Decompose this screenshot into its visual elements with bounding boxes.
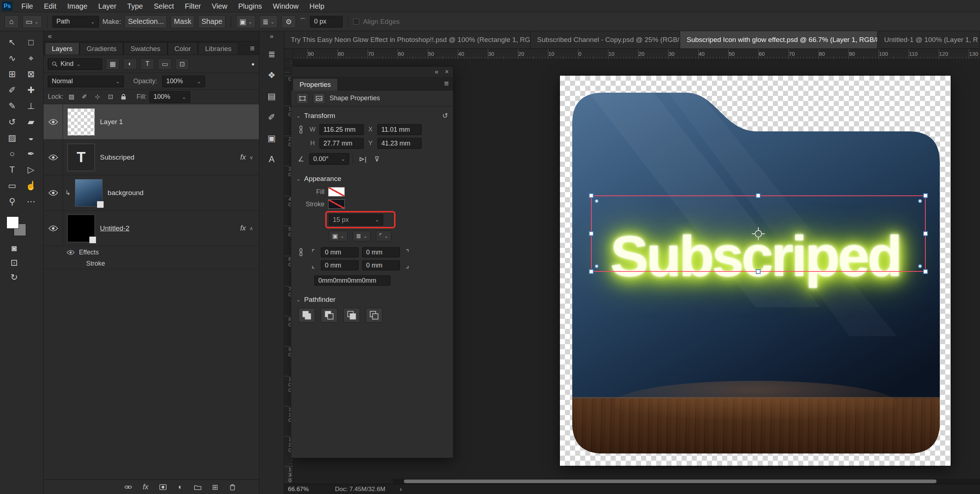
layer-name[interactable]: background (108, 189, 143, 197)
transform-handle[interactable] (589, 269, 593, 274)
reference-point-icon[interactable] (751, 227, 765, 241)
menu-item[interactable]: Filter (180, 0, 205, 12)
collapse-icon[interactable]: « (434, 68, 438, 76)
make-selection-button[interactable]: Selection... (124, 15, 167, 28)
appearance-section-header[interactable]: ⌄ Appearance (291, 170, 453, 186)
tool-preset-button[interactable]: ▭ ⌄ (22, 15, 42, 28)
y-input[interactable]: 41.23 mm (377, 138, 422, 149)
corner-summary-input[interactable]: 0mm0mm0mm0mm (314, 275, 390, 286)
Swatches[interactable]: Swatches (124, 42, 167, 55)
filter-shape-layers-icon[interactable]: ▭ (158, 58, 172, 70)
panel-menu-icon[interactable]: ≡ (444, 78, 449, 90)
delete-layer-button[interactable] (226, 482, 239, 492)
path-options-gear-button[interactable]: ⚙ (282, 15, 296, 28)
measure-panel-icon[interactable]: ✐ (264, 109, 280, 125)
canvas[interactable]: Subscriped (560, 76, 951, 466)
expand-panels-button[interactable]: » (270, 31, 274, 41)
pathfinder-exclude-button[interactable] (366, 308, 382, 322)
menu-item[interactable]: View (207, 0, 232, 12)
document-tab[interactable]: Untitled-1 @ 100% (Layer 1, R × (878, 31, 980, 49)
healing-brush-tool[interactable]: ✚ (23, 83, 40, 98)
panel-menu-icon[interactable]: ≡ (250, 42, 255, 55)
new-group-button[interactable] (192, 482, 204, 492)
layer-visibility-toggle[interactable] (43, 104, 63, 139)
height-input[interactable]: 27.77 mm (320, 138, 364, 149)
filter-kind-dropdown[interactable]: Kind ⌄ (48, 58, 102, 70)
menu-item[interactable]: Select (149, 0, 179, 12)
corner-tl-input[interactable]: 0 mm (321, 247, 358, 257)
transform-handle[interactable] (589, 193, 593, 198)
link-dimensions-icon[interactable] (296, 125, 305, 133)
clone-source-panel-icon[interactable]: ▣ (264, 130, 280, 146)
dodge-tool[interactable]: ○ (4, 146, 21, 161)
flip-horizontal-button[interactable]: ⊳| (357, 155, 369, 163)
eyedropper-tool[interactable]: ✐ (4, 83, 21, 98)
gradient-tool[interactable]: ▨ (4, 130, 21, 146)
color-swatches[interactable] (6, 216, 28, 237)
frame-tool[interactable]: ⊠ (23, 67, 40, 82)
stroke-align-dropdown[interactable]: ≣ ⌄ (353, 230, 371, 241)
brush-settings-panel-icon[interactable]: ❖ (264, 67, 280, 83)
swatches-panel-icon[interactable]: ▤ (264, 88, 280, 104)
filter-smart-objects-icon[interactable]: ⊡ (175, 58, 189, 70)
add-layer-style-button[interactable]: fx (140, 482, 152, 492)
rotation-input[interactable]: 0.00° ⌄ (309, 153, 349, 165)
new-layer-button[interactable]: ⊞ (209, 482, 221, 492)
pathfinder-intersect-button[interactable] (343, 308, 360, 322)
layer-name[interactable]: Untitled-2 (100, 224, 129, 232)
layer-fx-badge[interactable]: fx ∨ (240, 153, 253, 161)
canvas-viewport[interactable]: 0 10 20 30 40 50 60 70 (284, 60, 980, 484)
home-button[interactable]: ⌂ (4, 15, 19, 28)
menu-item[interactable]: Window (268, 0, 303, 12)
character-panel-icon[interactable]: A (264, 151, 280, 167)
corner-bl-input[interactable]: 0 mm (321, 260, 358, 270)
zoom-tool[interactable]: ⚲ (4, 194, 21, 209)
add-layer-mask-button[interactable] (157, 482, 169, 492)
Color[interactable]: Color (168, 42, 198, 55)
layer-row[interactable]: ↳ Untitled-2 fx ∧ (43, 211, 259, 246)
edit-toolbar[interactable]: ⋯ (23, 194, 40, 209)
pen-tool[interactable]: ✒ (23, 146, 40, 161)
fill-input[interactable]: 100% ⌄ (150, 91, 190, 103)
pathfinder-combine-button[interactable] (298, 308, 315, 322)
reset-transform-icon[interactable]: ↺ (442, 111, 448, 120)
link-layers-button[interactable] (122, 482, 134, 492)
stroke-corner-dropdown[interactable]: ⌜ ⌄ (376, 230, 392, 241)
corner-radius-input[interactable]: 0 px (310, 16, 343, 27)
eraser-tool[interactable]: ▰ (23, 114, 40, 130)
menu-item[interactable]: Edit (39, 0, 61, 12)
zoom-level[interactable]: 66.67% (288, 486, 320, 493)
status-chevron-icon[interactable]: › (400, 486, 402, 493)
lock-transparent-pixels-icon[interactable]: ▨ (66, 92, 76, 102)
x-input[interactable]: 11.01 mm (377, 124, 422, 135)
foreground-color-swatch[interactable] (6, 216, 19, 229)
lock-artboard-icon[interactable]: ⊡ (105, 92, 116, 102)
layer-thumbnail[interactable] (67, 144, 95, 171)
menu-item[interactable]: Type (123, 0, 147, 12)
mask-properties-icon[interactable] (313, 93, 325, 104)
collapse-dock-button[interactable]: « (43, 31, 259, 41)
shape-properties-icon[interactable] (296, 93, 309, 104)
blend-mode-dropdown[interactable]: Normal ⌄ (48, 76, 124, 87)
flip-vertical-button[interactable]: ⊽ (372, 155, 382, 163)
opacity-input[interactable]: 100% ⌄ (162, 76, 205, 87)
document-tab[interactable]: Try This Easy Neon Glow Effect in Photos… (284, 31, 531, 49)
make-shape-button[interactable]: Shape (198, 15, 226, 28)
width-input[interactable]: 116.25 mm (320, 124, 364, 135)
transform-section-header[interactable]: ⌄ Transform ↺ (291, 106, 453, 123)
Layers[interactable]: Layers (45, 42, 79, 55)
type-tool[interactable]: T (4, 162, 21, 177)
effects-row[interactable]: Effects (43, 246, 259, 258)
path-alignment-button[interactable]: ≣ ⌄ (259, 15, 278, 28)
filter-toggle-icon[interactable]: ● (251, 61, 255, 67)
crop-tool[interactable]: ⊞ (4, 67, 21, 82)
menu-item[interactable]: Plugins (234, 0, 267, 12)
blur-tool[interactable]: ◒ (23, 130, 40, 146)
menu-item[interactable]: File (17, 0, 38, 12)
corner-radius-handle[interactable] (595, 264, 599, 268)
screen-mode-button[interactable]: ⊡ (6, 256, 22, 270)
hand-tool[interactable]: ☝ (23, 178, 40, 193)
corner-br-input[interactable]: 0 mm (362, 260, 400, 270)
eye-icon[interactable] (67, 250, 75, 255)
layer-visibility-toggle[interactable] (43, 140, 63, 175)
